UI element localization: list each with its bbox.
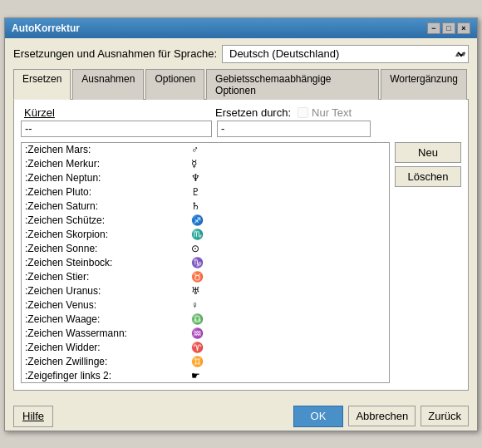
- list-item[interactable]: :Zeichen Uranus:♅: [22, 284, 389, 298]
- list-item[interactable]: :Zeichen Sonne:⊙: [22, 242, 389, 256]
- list-item[interactable]: :Zeichen Neptun:♆: [22, 171, 389, 185]
- list-item[interactable]: :Zeichen Venus:♀: [22, 298, 389, 313]
- tab-ausnahmen[interactable]: Ausnahmen: [72, 69, 144, 100]
- title-bar: AutoKorrektur − □ ×: [5, 18, 477, 38]
- list-item[interactable]: :Zeichen Wassermann:♒: [22, 327, 389, 341]
- dialog-body: Ersetzungen und Ausnahmen für Sprache: D…: [5, 38, 477, 399]
- list-item[interactable]: :Zeichen Steinbock:♑: [22, 256, 389, 270]
- language-select-wrapper: Deutsch (Deutschland): [222, 45, 469, 63]
- list-item[interactable]: :Zeichen Widder:♈: [22, 341, 389, 355]
- minimize-button[interactable]: −: [427, 22, 440, 34]
- hilfe-button[interactable]: Hilfe: [13, 406, 53, 427]
- list-item[interactable]: :Zeichen Merkur:☿: [22, 157, 389, 171]
- close-button[interactable]: ×: [457, 22, 470, 34]
- title-text: AutoKorrektur: [12, 22, 80, 34]
- abbrechen-button[interactable]: Abbrechen: [348, 406, 416, 426]
- tab-content-ersetzen: Kürzel Ersetzen durch: Nur Text: [13, 100, 469, 391]
- nur-text-label: Nur Text: [312, 106, 352, 119]
- bottom-bar: Hilfe OK Abbrechen Zurück: [5, 399, 477, 431]
- ersetzen-input[interactable]: [217, 121, 371, 137]
- neu-button[interactable]: Neu: [395, 142, 461, 163]
- col-kurzel-header: Kürzel: [24, 106, 55, 119]
- kurzel-input[interactable]: [21, 121, 212, 137]
- main-area: :Zeichen Mars:♂:Zeichen Merkur:☿:Zeichen…: [21, 142, 461, 383]
- ok-button[interactable]: OK: [293, 406, 344, 427]
- tab-optionen[interactable]: Optionen: [145, 69, 204, 100]
- list-item[interactable]: :Zeichen Saturn:♄: [22, 199, 389, 214]
- language-row: Ersetzungen und Ausnahmen für Sprache: D…: [13, 45, 469, 63]
- list-item[interactable]: :Zeichen Mars:♂: [22, 143, 389, 157]
- tab-ersetzen[interactable]: Ersetzen: [13, 69, 71, 100]
- replacement-list[interactable]: :Zeichen Mars:♂:Zeichen Merkur:☿:Zeichen…: [21, 142, 390, 383]
- nur-text-checkbox[interactable]: [298, 107, 308, 118]
- column-headers: Kürzel Ersetzen durch: Nur Text: [21, 106, 461, 119]
- tab-wort[interactable]: Wortergänzung: [381, 69, 467, 100]
- zurueck-button[interactable]: Zurück: [421, 406, 469, 426]
- list-item[interactable]: :Zeichen Skorpion:♏: [22, 228, 389, 242]
- list-item[interactable]: :Zeichen Waage:♎: [22, 313, 389, 327]
- maximize-button[interactable]: □: [442, 22, 455, 34]
- list-item[interactable]: :Zeichen Zwillinge:♊: [22, 355, 389, 369]
- title-controls: − □ ×: [427, 22, 470, 34]
- tab-gebiets[interactable]: Gebietsschemaabhängige Optionen: [206, 69, 379, 100]
- side-buttons: Neu Löschen: [395, 142, 461, 383]
- nur-text-area: Nur Text: [298, 106, 352, 119]
- language-select[interactable]: Deutsch (Deutschland): [222, 45, 469, 63]
- list-item[interactable]: :Zeichen Stier:♉: [22, 270, 389, 284]
- list-item[interactable]: :Zeigefinger links 2:☛: [22, 369, 389, 383]
- loeschen-button[interactable]: Löschen: [395, 166, 461, 187]
- bottom-right-buttons: OK Abbrechen Zurück: [293, 406, 469, 427]
- input-row: [21, 121, 461, 137]
- dialog-window: AutoKorrektur − □ × Ersetzungen und Ausn…: [4, 17, 478, 431]
- language-label: Ersetzungen und Ausnahmen für Sprache:: [13, 47, 217, 60]
- list-item[interactable]: :Zeichen Pluto:♇: [22, 185, 389, 199]
- tab-bar: Ersetzen Ausnahmen Optionen Gebietsschem…: [13, 68, 469, 100]
- col-ersetzen-header: Ersetzen durch:: [215, 106, 291, 119]
- list-item[interactable]: :Zeichen Schütze:♐: [22, 214, 389, 228]
